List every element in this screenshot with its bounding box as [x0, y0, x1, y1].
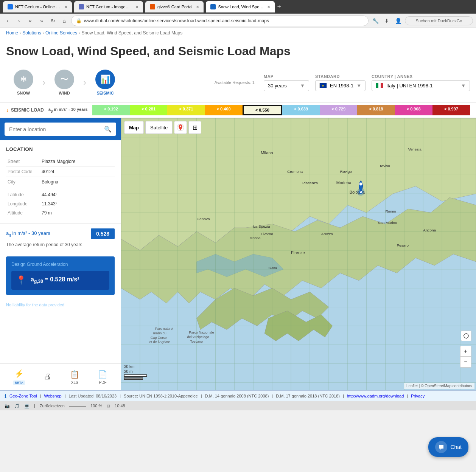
zoom-out-button[interactable]: − [460, 357, 471, 367]
snow-icon: ❄ [20, 75, 27, 84]
seismic-label: SEISMIC [96, 91, 114, 95]
tab-1[interactable]: NET Genium - Online Manu... ✕ [3, 1, 72, 12]
svg-text:Treviso: Treviso [378, 164, 390, 168]
svg-text:Massa: Massa [249, 236, 261, 240]
tool-wind[interactable]: 〜 WIND [47, 67, 82, 98]
footer-gadm-link[interactable]: http://www.gadm.org/download [347, 394, 404, 398]
search-box-area: 🔍 [0, 118, 121, 140]
standard-select-arrow: ▼ [356, 83, 361, 88]
footer-last-updated: Last Updated: 08/16/2023 [69, 394, 117, 398]
return-period-text: The average return period of 30 years [6, 242, 115, 247]
crosshair-icon [463, 333, 469, 339]
extensions-button[interactable]: 🔧 [371, 16, 380, 25]
scale-mi-label: 20 mi [124, 370, 147, 374]
footer-sep-3: | [120, 394, 121, 398]
svg-text:San Marino: San Marino [378, 220, 397, 225]
svg-text:Genova: Genova [197, 217, 210, 221]
tab-1-close[interactable]: ✕ [64, 5, 67, 9]
profile-button[interactable]: 👤 [394, 16, 403, 25]
city-value: Bologna [40, 177, 115, 187]
breadcrumb-online-services[interactable]: Online Services [45, 30, 77, 36]
download-button[interactable]: ⬇ [382, 16, 391, 25]
map-control-select[interactable]: 30 years ▼ [264, 80, 309, 91]
result-label: ag in m/s² - 30 years [6, 230, 50, 237]
standard-control-select[interactable]: ★ EN 1998-1 ▼ [315, 80, 366, 91]
search-icon: 🔍 [104, 126, 112, 133]
address-bar[interactable]: 🔒 www.dlubal.com/en/solutions/online-ser… [71, 16, 369, 26]
breadcrumb-sep-1: › [20, 31, 21, 35]
toolbar-pdf-btn[interactable]: 📄 PDF [95, 368, 110, 386]
left-panel: 🔍 LOCATION Street Piazza Maggiore Postal… [0, 118, 121, 390]
country-control-select[interactable]: Italy | UNI EN 1998-1 ▼ [372, 80, 470, 91]
back-back-button[interactable]: « [26, 16, 35, 25]
google-maps-icon[interactable] [174, 121, 187, 134]
color-cell-1: < 0.192 [92, 105, 130, 115]
svg-text:Parco Nazionale: Parco Nazionale [189, 331, 214, 334]
breadcrumb-home[interactable]: Home [6, 30, 18, 36]
location-section: LOCATION Street Piazza Maggiore Postal C… [0, 140, 121, 224]
breadcrumb-sep-3: › [79, 31, 80, 35]
tool-snow[interactable]: ❄ SNOW [6, 67, 41, 98]
postal-row: Postal Code 40124 [6, 167, 115, 177]
back-button[interactable]: ‹ [3, 16, 12, 25]
breadcrumb-solutions[interactable]: Solutions [22, 30, 41, 36]
footer-geo-zone[interactable]: Geo-Zone Tool [9, 394, 37, 398]
map-scale: 30 km 20 mi [124, 365, 147, 380]
latitude-row: Latitude 44.494° [6, 190, 115, 199]
search-input-wrap[interactable]: 🔍 [5, 123, 116, 136]
separator-2: › [83, 77, 86, 88]
color-cell-8: < 0.818 [357, 105, 395, 115]
toolbar-beta-btn[interactable]: ⚡ BETA [10, 368, 28, 387]
design-formula-box: 📍 ag,30 = 0.528 m/s² [11, 271, 109, 290]
tab-4-active[interactable]: Snow Load, Wind Speed, an ✕ [206, 1, 275, 12]
footer-privacy-link[interactable]: Privacy [411, 394, 425, 398]
svg-text:Modena: Modena [336, 180, 352, 185]
location-center-button[interactable] [461, 331, 471, 341]
svg-text:Milano: Milano [261, 151, 273, 155]
refresh-button[interactable]: ↻ [48, 16, 58, 25]
footer-webshop[interactable]: Webshop [44, 394, 61, 398]
street-value: Piazza Maggiore [40, 157, 115, 167]
zoom-controls: + − [460, 346, 471, 368]
tab-3[interactable]: givve® Card Portal ✕ [145, 1, 204, 12]
toolbar-print-btn[interactable]: 🖨 [40, 371, 54, 384]
forward-button[interactable]: › [14, 16, 23, 25]
map-select-arrow: ▼ [300, 83, 305, 88]
postal-label: Postal Code [6, 167, 40, 177]
tab-4-label: Snow Load, Wind Speed, an [218, 5, 263, 9]
map-tab-satellite[interactable]: Satellite [145, 121, 173, 134]
design-box: Design Ground Acceleration 📍 ag,30 = 0.5… [6, 256, 115, 295]
tool-seismic[interactable]: 📊 SEISMIC [88, 67, 123, 98]
breadcrumb: Home › Solutions › Online Services › Sno… [0, 28, 476, 38]
browser-nav: ‹ › « » ↻ ⌂ 🔒 www.dlubal.com/en/solution… [0, 14, 476, 28]
svg-text:Toscano: Toscano [190, 340, 203, 343]
tab-3-close[interactable]: ✕ [196, 5, 199, 9]
map-area[interactable]: Map Satellite ⊞ [121, 118, 476, 390]
svg-text:Piacenza: Piacenza [302, 181, 318, 185]
search-bar-input[interactable]: Suchen mit DuckDuckGo [405, 16, 473, 25]
pdf-label: PDF [99, 380, 107, 385]
browser-chrome: NET Genium - Online Manu... ✕ NET Genium… [0, 0, 476, 14]
svg-text:Rimini: Rimini [386, 209, 396, 213]
color-cell-2: < 0.281 [130, 105, 167, 115]
map-tab-map[interactable]: Map [124, 121, 144, 134]
forward-forward-button[interactable]: » [37, 16, 46, 25]
footer-ntc2008: D.M. 14 gennaio 2008 (NTC 2008) [205, 394, 269, 398]
city-row: City Bologna [6, 177, 115, 187]
color-cells: < 0.192 < 0.281 < 0.371 < 0.460 < 0.550 … [92, 105, 470, 115]
tab-4-close[interactable]: ✕ [267, 5, 270, 9]
tool-selector: ❄ SNOW › 〜 WIND › 📊 SEISMIC Available Re… [0, 63, 476, 102]
zoom-in-button[interactable]: + [460, 346, 471, 357]
toolbar-xls-btn[interactable]: 📋 XLS [67, 368, 82, 386]
no-liability-text: No liability for the data provided [0, 300, 121, 310]
new-tab-button[interactable]: + [277, 3, 281, 11]
fullscreen-icon[interactable]: ⊞ [188, 121, 201, 134]
tab-2-close[interactable]: ✕ [135, 5, 138, 9]
tab-2[interactable]: NET Genium - Images - Im... ✕ [74, 1, 143, 12]
search-input[interactable] [9, 126, 104, 132]
home-button[interactable]: ⌂ [60, 16, 69, 25]
tool-icons-group: ❄ SNOW › 〜 WIND › 📊 SEISMIC [6, 67, 123, 98]
footer-sep-6: | [343, 394, 344, 398]
status-zurucksetzen: Zurücksetzen [40, 404, 65, 408]
lock-icon: 🔒 [76, 18, 82, 23]
